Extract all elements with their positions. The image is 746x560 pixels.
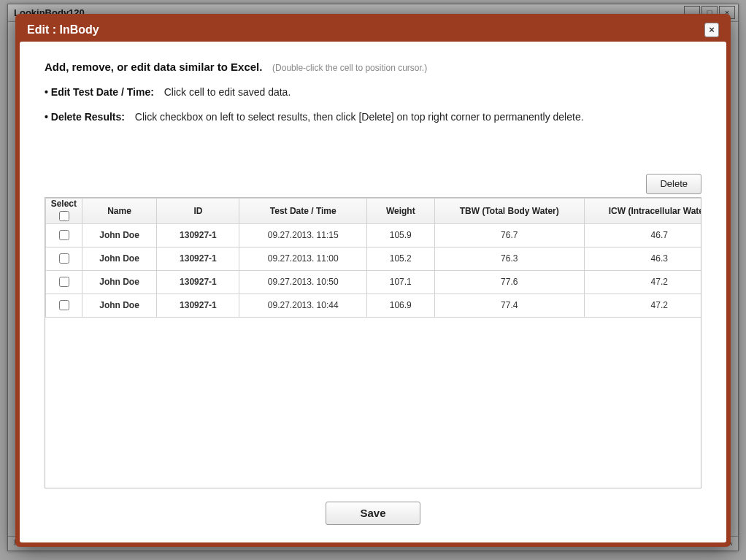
intro-main: Add, remove, or edit data similar to Exc… [45, 61, 262, 73]
table-header-row: Select Name ID Test Date / Time Weight T… [46, 198, 701, 223]
cell-weight[interactable]: 106.9 [367, 294, 434, 317]
table-body: John Doe 130927-1 09.27.2013. 11:15 105.… [46, 223, 701, 317]
cell-id[interactable]: 130927-1 [157, 247, 239, 270]
select-all-checkbox[interactable] [59, 211, 69, 221]
bullet-delete-title: • Delete Results: [45, 111, 125, 123]
cell-name[interactable]: John Doe [82, 247, 157, 270]
cell-date[interactable]: 09.27.2013. 11:15 [239, 223, 367, 247]
cell-icw[interactable]: 47.2 [584, 270, 701, 294]
cell-icw[interactable]: 46.3 [584, 247, 701, 270]
th-icw: ICW (Intracellular Water) [584, 198, 701, 223]
bullet-edit-title: • Edit Test Date / Time: [45, 86, 154, 98]
cell-icw[interactable]: 46.7 [584, 223, 701, 247]
cell-name[interactable]: John Doe [82, 294, 157, 317]
table-row: John Doe 130927-1 09.27.2013. 10:44 106.… [46, 294, 701, 317]
table-row: John Doe 130927-1 09.27.2013. 11:15 105.… [46, 223, 701, 247]
row-checkbox[interactable] [59, 300, 69, 310]
cell-date[interactable]: 09.27.2013. 10:44 [239, 294, 367, 317]
cell-date[interactable]: 09.27.2013. 11:00 [239, 247, 367, 270]
row-checkbox[interactable] [59, 230, 69, 240]
save-button[interactable]: Save [326, 502, 420, 525]
cell-id[interactable]: 130927-1 [157, 270, 239, 294]
edit-inbody-modal: Edit : InBody × Add, remove, or edit dat… [15, 14, 731, 547]
results-table: Select Name ID Test Date / Time Weight T… [45, 198, 701, 318]
th-weight: Weight [367, 198, 434, 223]
cell-id[interactable]: 130927-1 [157, 223, 239, 247]
cell-tbw[interactable]: 76.3 [434, 247, 584, 270]
modal-body: Add, remove, or edit data similar to Exc… [20, 42, 726, 542]
modal-close-button[interactable]: × [704, 23, 719, 37]
delete-button[interactable]: Delete [646, 174, 701, 194]
intro-hint: (Double-click the cell to position curso… [272, 63, 427, 73]
bullet-delete-desc: Click checkbox on left to select results… [135, 111, 584, 123]
cell-weight[interactable]: 105.2 [367, 247, 434, 270]
row-checkbox[interactable] [59, 277, 69, 287]
table-row: John Doe 130927-1 09.27.2013. 10:50 107.… [46, 270, 701, 294]
row-checkbox[interactable] [59, 253, 69, 264]
grid-scroll[interactable]: Select Name ID Test Date / Time Weight T… [45, 198, 701, 488]
table-row: John Doe 130927-1 09.27.2013. 11:00 105.… [46, 247, 701, 270]
cell-tbw[interactable]: 76.7 [434, 223, 584, 247]
close-icon: × [709, 24, 715, 35]
th-select: Select [46, 198, 82, 223]
save-row: Save [45, 502, 701, 525]
cell-name[interactable]: John Doe [82, 270, 157, 294]
th-date: Test Date / Time [239, 198, 367, 223]
cell-date[interactable]: 09.27.2013. 10:50 [239, 270, 367, 294]
modal-title: Edit : InBody [27, 23, 99, 37]
cell-icw[interactable]: 47.2 [584, 294, 701, 317]
cell-id[interactable]: 130927-1 [157, 294, 239, 317]
bullet-delete: • Delete Results: Click checkbox on left… [45, 111, 701, 123]
th-id: ID [157, 198, 239, 223]
cell-tbw[interactable]: 77.4 [434, 294, 584, 317]
cell-tbw[interactable]: 77.6 [434, 270, 584, 294]
th-name: Name [82, 198, 157, 223]
delete-row: Delete [45, 174, 701, 194]
cell-weight[interactable]: 107.1 [367, 270, 434, 294]
grid-wrap: Select Name ID Test Date / Time Weight T… [45, 197, 701, 488]
th-select-label: Select [50, 199, 77, 209]
modal-header: Edit : InBody × [20, 18, 726, 42]
cell-weight[interactable]: 105.9 [367, 223, 434, 247]
modal-overlay: Edit : InBody × Add, remove, or edit dat… [0, 0, 746, 560]
bullet-edit: • Edit Test Date / Time: Click cell to e… [45, 86, 701, 98]
th-tbw: TBW (Total Body Water) [434, 198, 584, 223]
cell-name[interactable]: John Doe [82, 223, 157, 247]
table-area: Delete Select Name [45, 174, 701, 525]
intro-line: Add, remove, or edit data similar to Exc… [45, 61, 701, 73]
bullet-edit-desc: Click cell to edit saved data. [164, 86, 291, 98]
